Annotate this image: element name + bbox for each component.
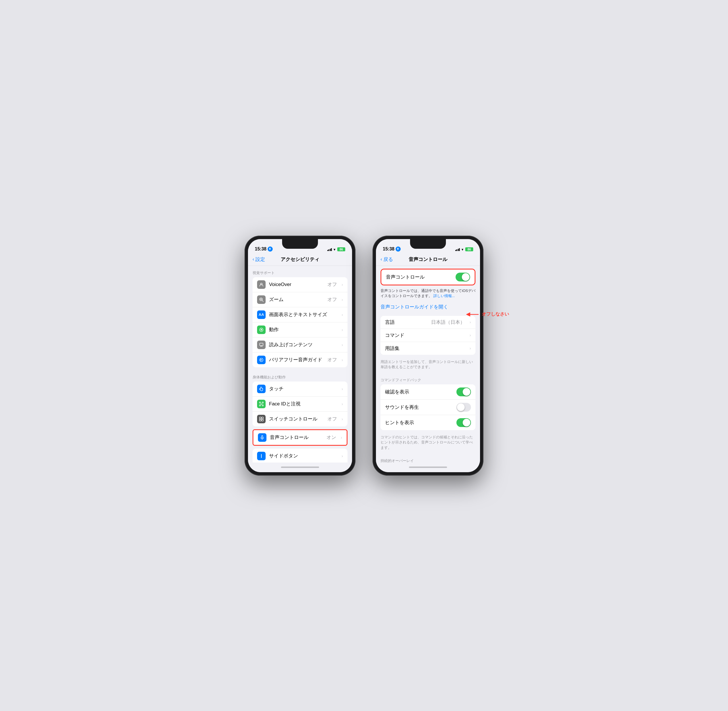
list-item[interactable]: コマンド › xyxy=(381,329,475,342)
list-item[interactable]: 動作 › xyxy=(253,322,347,338)
switchctrl-value: オフ xyxy=(327,416,337,422)
zoom-value: オフ xyxy=(327,296,337,303)
toggle-thumb xyxy=(457,403,465,411)
side-icon xyxy=(257,452,266,460)
voiceover-label: VoiceOver xyxy=(269,282,324,288)
guide-link-container: 音声コントロールガイドを開く xyxy=(376,301,480,313)
list-item[interactable]: VoiceOver オフ › xyxy=(253,277,347,292)
feedback-section-label: コマンドフィードバック xyxy=(376,373,480,384)
left-phone-wrapper: 15:38 🎙 ▾ 86 xyxy=(245,236,356,476)
notch xyxy=(282,239,318,249)
sound-toggle[interactable] xyxy=(456,403,471,412)
chevron-icon: › xyxy=(341,386,343,391)
svg-rect-15 xyxy=(261,419,263,421)
voice-ctrl-highlighted-row[interactable]: 音声コントロール オン › xyxy=(253,429,347,446)
chevron-icon: › xyxy=(470,333,471,338)
lang-value: 日本語（日本） xyxy=(431,319,465,326)
back-link-right[interactable]: ‹ 戻る xyxy=(381,256,393,263)
chevron-icon: › xyxy=(341,327,343,332)
wifi-icon: ▾ xyxy=(334,247,335,252)
svg-rect-12 xyxy=(259,417,261,419)
signal-bars-right xyxy=(455,248,460,251)
left-screen-content: 視覚サポート VoiceOver オフ › xyxy=(248,266,352,463)
motion-label: 動作 xyxy=(269,326,337,333)
right-phone-wrapper: オフしなさい 15:38 🎙 ▾ xyxy=(372,236,483,476)
svg-line-2 xyxy=(262,301,263,302)
chevron-icon: › xyxy=(341,402,343,406)
notch xyxy=(410,239,446,249)
annotation-arrow-icon xyxy=(466,311,480,318)
chevron-icon: › xyxy=(341,297,343,302)
back-link[interactable]: ‹ 設定 xyxy=(253,256,265,263)
battery-icon-right: 86 xyxy=(465,247,473,251)
list-item[interactable]: 読み上げコンテンツ › xyxy=(253,338,347,353)
annotation-text: オフしなさい xyxy=(482,311,509,317)
right-nav-bar: ‹ 戻る 音声コントロール xyxy=(376,253,480,266)
page-title-right: 音声コントロール xyxy=(409,256,447,263)
mic-status-icon-right: 🎙 xyxy=(396,246,401,252)
sound-row[interactable]: サウンドを再生 xyxy=(381,400,475,415)
hint-label: ヒントを表示 xyxy=(385,419,453,426)
faceid-icon xyxy=(257,400,266,408)
motor-settings-group: タッチ › Face IDと注視 › スイッチコ xyxy=(253,382,347,426)
list-item[interactable]: ズーム オフ › xyxy=(253,292,347,307)
svg-point-6 xyxy=(261,329,262,330)
confirm-toggle[interactable] xyxy=(456,388,471,396)
voiceover-value: オフ xyxy=(327,281,337,288)
list-item[interactable]: AA 画面表示とテキストサイズ › xyxy=(253,307,347,322)
command-label: コマンド xyxy=(385,332,465,339)
hint-toggle[interactable] xyxy=(456,418,471,427)
vision-settings-group: VoiceOver オフ › ズーム オフ › AA xyxy=(253,277,347,367)
motor-settings-group-2: サイドボタン › 近くのデバイスを操作 › Ap xyxy=(253,448,347,463)
right-screen-content: 音声コントロール 音声コントロールでは、通話中でも音声を使ってiOSデバイスをコ… xyxy=(376,266,480,463)
chevron-icon: › xyxy=(341,454,343,458)
hint-desc: コマンドのヒントでは、コマンドの候補とそれに沿ったヒントが示されるため、音声コン… xyxy=(376,433,480,454)
mic-status-icon: 🎙 xyxy=(267,246,273,252)
status-icons: ▾ 86 xyxy=(327,247,346,252)
svg-rect-13 xyxy=(261,417,263,419)
list-item[interactable]: 言語 日本語（日本） › xyxy=(381,316,475,329)
home-indicator xyxy=(248,463,352,472)
list-item[interactable]: 用語集 › xyxy=(381,342,475,355)
speech-icon xyxy=(257,341,266,349)
side-label: サイドボタン xyxy=(269,453,337,459)
status-time-right: 15:38 🎙 xyxy=(383,246,401,252)
list-item[interactable]: タッチ › xyxy=(253,382,347,397)
list-item[interactable]: バリアフリー音声ガイド オフ › xyxy=(253,353,347,367)
page-title: アクセシビリティ xyxy=(281,256,319,263)
list-item[interactable]: サイドボタン › xyxy=(253,448,347,463)
voicectrl-value: オン xyxy=(326,434,336,441)
lang-group: 言語 日本語（日本） › コマンド › 用語集 › xyxy=(381,316,475,355)
svg-rect-10 xyxy=(259,405,260,406)
switch-icon xyxy=(257,415,266,423)
left-phone: 15:38 🎙 ▾ 86 xyxy=(245,236,356,476)
zoom-icon xyxy=(257,295,266,304)
chevron-icon: › xyxy=(341,417,343,421)
voice-ctrl-row[interactable]: 音声コントロール オン › xyxy=(253,430,347,445)
chevron-icon: › xyxy=(470,346,471,351)
status-time: 15:38 🎙 xyxy=(255,246,273,252)
voicectrl-icon xyxy=(258,433,266,442)
list-item[interactable]: スイッチコントロール オフ › xyxy=(253,412,347,426)
voiceover-icon xyxy=(257,280,266,289)
info-link[interactable]: 詳しい情報... xyxy=(433,294,455,298)
hint-row[interactable]: ヒントを表示 xyxy=(381,415,475,430)
faceid-label: Face IDと注視 xyxy=(269,401,337,407)
zoom-label: ズーム xyxy=(269,296,324,303)
voice-ctrl-toggle-row[interactable]: 音声コントロール xyxy=(381,270,475,285)
confirm-row[interactable]: 確認を表示 xyxy=(381,384,475,400)
chevron-icon: › xyxy=(341,358,343,362)
svg-rect-7 xyxy=(260,343,263,346)
svg-rect-14 xyxy=(259,419,261,421)
textsize-label: 画面表示とテキストサイズ xyxy=(269,311,337,318)
info-text-block: 音声コントロールでは、通話中でも音声を使ってiOSデバイスをコントロールできます… xyxy=(376,288,480,301)
voice-ctrl-toggle[interactable] xyxy=(456,273,470,282)
vision-section-label: 視覚サポート xyxy=(248,266,352,277)
svg-rect-18 xyxy=(261,454,261,458)
left-nav-bar: ‹ 設定 アクセシビリティ xyxy=(248,253,352,266)
textsize-icon: AA xyxy=(257,310,266,319)
guide-link[interactable]: 音声コントロールガイドを開く xyxy=(381,304,448,310)
list-item[interactable]: Face IDと注視 › xyxy=(253,397,347,412)
chevron-icon: › xyxy=(341,313,343,317)
toggle-thumb xyxy=(463,388,470,396)
